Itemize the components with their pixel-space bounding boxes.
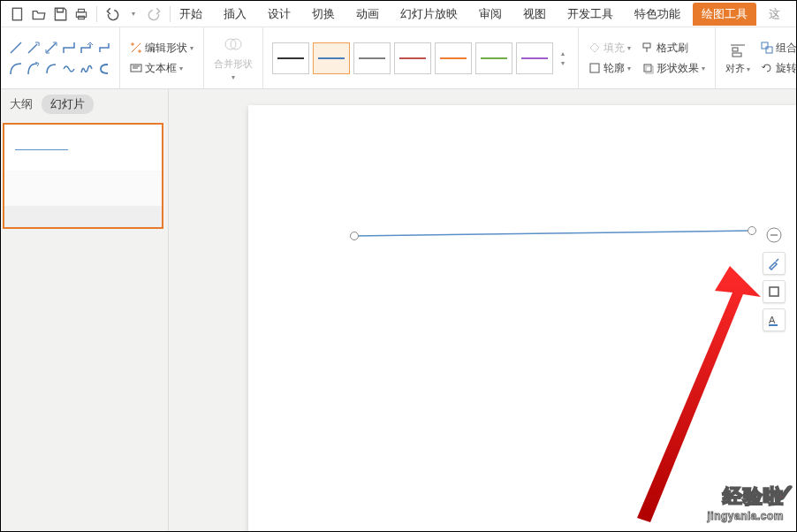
svg-line-4: [11, 42, 21, 53]
style-swatch-5[interactable]: [475, 42, 512, 74]
tab-dev[interactable]: 开发工具: [558, 3, 622, 26]
edit-shape-button[interactable]: 编辑形状▾: [127, 39, 196, 57]
group-button[interactable]: 组合▾: [758, 39, 796, 57]
curve-s-icon[interactable]: [96, 59, 112, 79]
svg-rect-12: [643, 43, 650, 48]
rotate-label: 旋转: [776, 61, 796, 76]
style-swatch-0[interactable]: [272, 42, 309, 74]
svg-text:A: A: [769, 315, 776, 325]
svg-rect-0: [12, 8, 21, 20]
styles-expand-button[interactable]: ▴▾: [557, 49, 569, 67]
elbow-connector-icon[interactable]: [61, 38, 77, 57]
tab-animation[interactable]: 动画: [347, 3, 388, 26]
slide-panel: 大纲 幻灯片: [1, 89, 169, 531]
thumb-bg-light: [4, 171, 162, 206]
align-button[interactable]: 对齐 ▾: [723, 40, 753, 77]
save-icon[interactable]: [52, 6, 68, 22]
shape-effects-button[interactable]: 形状效果▾: [639, 59, 708, 78]
curve-double-arrow-icon[interactable]: [43, 59, 59, 79]
tab-view[interactable]: 视图: [514, 3, 555, 26]
thumb-line: [15, 149, 68, 150]
tab-transition[interactable]: 切换: [303, 3, 344, 26]
text-format-icon[interactable]: A: [763, 308, 786, 331]
format-painter-label: 格式刷: [657, 41, 688, 56]
line-handle-start[interactable]: [350, 232, 359, 240]
lines-gallery: [8, 38, 112, 79]
combine-group: 合并形状▾: [204, 27, 263, 88]
elbow-double-arrow-icon[interactable]: [96, 38, 112, 57]
rotate-button[interactable]: 旋转▾: [758, 59, 796, 78]
svg-rect-19: [762, 42, 768, 49]
svg-line-21: [354, 231, 752, 236]
canvas-area[interactable]: A 经验啦 ✓ jingyanla.com: [169, 89, 796, 531]
line-straight-icon[interactable]: [8, 38, 24, 57]
style-swatch-6[interactable]: [516, 42, 553, 74]
print-icon[interactable]: [73, 6, 89, 22]
tab-overflow[interactable]: 这: [760, 3, 789, 26]
shape-styles-group: ▴▾: [263, 27, 579, 88]
svg-rect-17: [732, 48, 738, 51]
arrange-group: 对齐 ▾ 组合▾ 旋转▾: [716, 27, 796, 88]
new-file-icon[interactable]: [10, 6, 26, 22]
outline-button[interactable]: 轮廓▾: [586, 59, 634, 78]
freeform-icon[interactable]: [61, 59, 77, 79]
svg-rect-15: [646, 66, 653, 73]
style-swatch-2[interactable]: [353, 42, 391, 74]
ribbon-tabs: 开始 插入 设计 切换 动画 幻灯片放映 审阅 视图 开发工具 特色功能 绘图工…: [171, 1, 796, 27]
selected-line-shape[interactable]: [248, 105, 796, 531]
slide-canvas[interactable]: [248, 105, 796, 531]
tab-feature[interactable]: 特色功能: [626, 3, 689, 26]
scribble-icon[interactable]: [79, 59, 95, 79]
undo-icon[interactable]: [104, 6, 120, 22]
line-arrow-icon[interactable]: [26, 38, 42, 57]
slides-tab[interactable]: 幻灯片: [42, 95, 94, 114]
crop-icon[interactable]: [763, 280, 786, 303]
fill-button: 填充▾: [586, 39, 634, 57]
combine-label: 合并形状: [214, 57, 253, 71]
format-painter-button[interactable]: 格式刷: [639, 39, 691, 57]
curve-arrow-icon[interactable]: [26, 59, 42, 79]
combine-shapes-button: 合并形状▾: [211, 34, 255, 83]
tab-start[interactable]: 开始: [171, 3, 211, 26]
tab-review[interactable]: 审阅: [470, 3, 511, 26]
shape-styles-gallery: ▴▾: [267, 42, 574, 74]
format-group: 填充▾ 格式刷 轮廓▾ 形状效果▾: [579, 27, 716, 88]
group-label: 组合: [776, 41, 796, 56]
line-handle-end[interactable]: [748, 226, 756, 235]
tab-slideshow[interactable]: 幻灯片放映: [391, 3, 467, 26]
slide-thumbnail-1[interactable]: [3, 123, 163, 229]
svg-rect-14: [644, 65, 651, 72]
panel-tabs: 大纲 幻灯片: [1, 89, 168, 119]
text-box-label: 文本框: [145, 61, 177, 76]
style-swatch-3[interactable]: [394, 42, 431, 74]
zoom-minus-icon[interactable]: [763, 224, 786, 247]
open-icon[interactable]: [31, 6, 47, 22]
line-double-arrow-icon[interactable]: [43, 38, 59, 57]
edit-shape-label: 编辑形状: [145, 41, 187, 56]
tab-drawing-tools[interactable]: 绘图工具: [693, 3, 756, 26]
svg-rect-2: [79, 9, 85, 11]
style-swatch-1[interactable]: [313, 42, 350, 74]
floating-tools: A: [763, 224, 786, 331]
fill-label: 填充: [603, 41, 625, 56]
separator: [96, 6, 97, 22]
redo-icon[interactable]: [147, 6, 163, 22]
lines-group: [1, 27, 120, 88]
main-area: 大纲 幻灯片: [1, 89, 796, 531]
ribbon: 编辑形状▾ 文本框▾ 合并形状▾ ▴▾ 填充▾: [1, 27, 796, 89]
eyedropper-icon[interactable]: [763, 252, 786, 275]
text-box-button[interactable]: 文本框▾: [127, 59, 196, 78]
outline-tab[interactable]: 大纲: [10, 96, 33, 112]
svg-rect-13: [590, 64, 599, 72]
outline-label: 轮廓: [603, 61, 625, 76]
tab-insert[interactable]: 插入: [215, 3, 255, 26]
undo-dropdown-icon[interactable]: ▾: [125, 6, 141, 22]
elbow-arrow-icon[interactable]: [79, 38, 95, 57]
svg-line-5: [28, 44, 37, 53]
shape-effects-label: 形状效果: [657, 61, 699, 76]
tab-design[interactable]: 设计: [259, 3, 300, 26]
svg-rect-18: [732, 53, 741, 57]
curve-connector-icon[interactable]: [8, 59, 24, 79]
edit-shape-group: 编辑形状▾ 文本框▾: [120, 27, 204, 88]
style-swatch-4[interactable]: [435, 42, 472, 74]
